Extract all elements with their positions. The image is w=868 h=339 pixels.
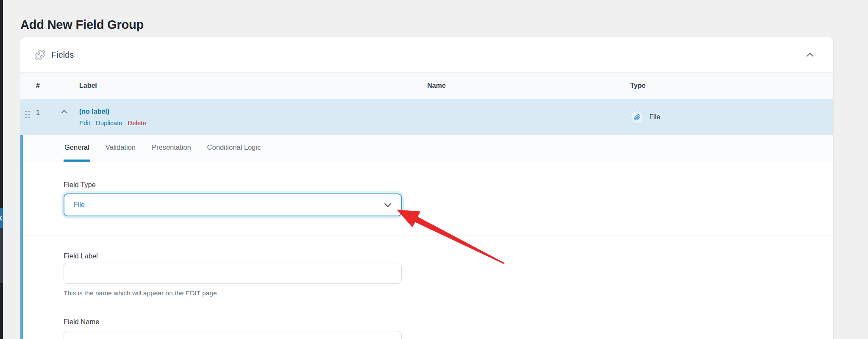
edit-link[interactable]: Edit [79,119,90,126]
chevron-down-icon [384,203,392,207]
tab-presentation[interactable]: Presentation [151,135,192,162]
field-type-select[interactable]: File [64,193,402,216]
duplicate-link[interactable]: Duplicate [96,119,122,126]
panel-collapse-button[interactable] [804,50,816,60]
field-label-input[interactable] [64,263,402,284]
column-header-type: Type [630,82,645,90]
row-number: 1 [36,109,40,117]
field-name-label: Field Name [64,318,99,326]
fields-panel: Fields # Label Name Type 1 (no label) [20,37,833,339]
tab-general[interactable]: General [64,135,90,162]
field-type-selected-value: File [74,201,85,209]
collapse-menu-button[interactable] [0,208,3,228]
field-label-link[interactable]: (no label) [79,108,109,115]
field-label-help-text: This is the name which will appear on th… [64,289,217,297]
chevron-up-icon [806,52,814,57]
section-divider [23,235,833,235]
collapse-field-button[interactable] [60,109,68,115]
field-row: 1 (no label) Edit Duplicate Delete File [20,99,833,135]
field-type-name: File [649,113,660,121]
chevron-up-icon [61,109,67,114]
paperclip-icon [631,111,643,123]
settings-tabs: General Validation Presentation Conditio… [23,135,833,162]
column-header-number: # [36,82,40,90]
tab-conditional-logic[interactable]: Conditional Logic [206,135,262,162]
field-type-cell: File [631,111,660,123]
admin-menu-segment [0,228,3,283]
chevron-left-icon [0,216,3,221]
field-label-label: Field Label [64,252,98,260]
field-name-input[interactable] [64,331,402,339]
puzzle-icon [35,50,45,60]
settings-general-panel: Field Type File Field Label This is the … [23,162,833,339]
tab-validation[interactable]: Validation [105,135,136,162]
column-header-name: Name [427,82,446,90]
column-header-label: Label [79,82,97,90]
row-actions: Edit Duplicate Delete [79,119,146,126]
admin-menu-rail [0,0,3,339]
admin-menu-segment [0,283,3,339]
panel-title: Fields [51,50,74,60]
drag-handle[interactable] [25,110,30,118]
delete-link[interactable]: Delete [128,119,146,126]
acf-field-group-editor: Add New Field Group Fields # Label Name … [0,0,868,339]
fields-panel-header: Fields [20,37,833,72]
page-title: Add New Field Group [20,18,144,31]
field-settings: General Validation Presentation Conditio… [20,135,833,339]
fields-table-header: # Label Name Type [20,72,833,99]
field-type-label: Field Type [64,181,96,189]
